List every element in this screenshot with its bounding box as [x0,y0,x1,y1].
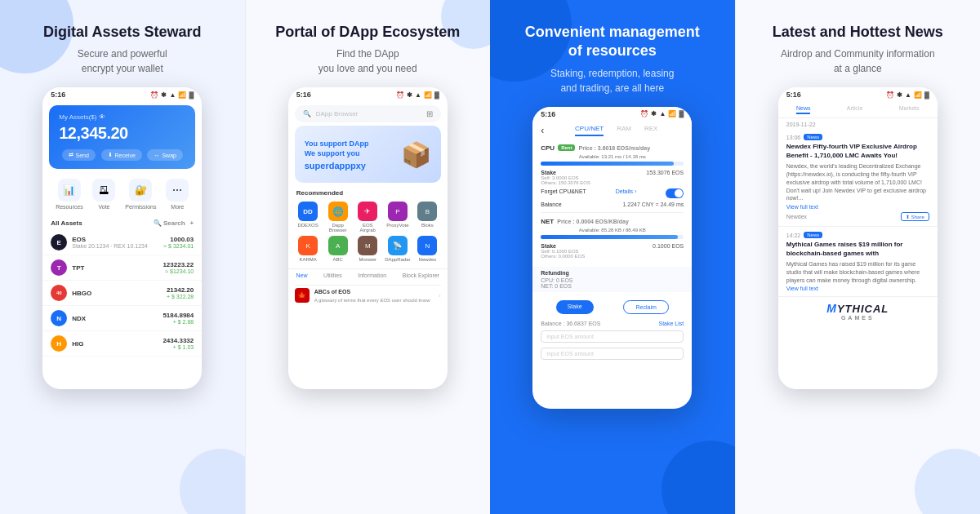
tab-utilities[interactable]: Utilities [323,273,342,278]
browser-icon: 🌐 [328,202,348,221]
rent-badge: Rent [558,144,575,151]
time-4: 5:16 [786,91,801,99]
share-button[interactable]: ⬆ Share [901,212,929,221]
stake-list-link[interactable]: Stake List [659,321,684,326]
status-bar-3: 5:16 ⏰ ✱ ▲ 📶 ▓ [532,107,692,122]
eos-amount: 1000.03 ≈ $ 3234.01 [163,236,194,249]
more-section: 🍁 ABCs of EOS A glossary of terms that e… [288,281,448,307]
tab-ram[interactable]: RAM [617,125,631,136]
asset-tpt[interactable]: T TPT 123223.22 ≈ $1234.10 [42,255,202,281]
dapp-abc[interactable]: A ABC [324,236,351,262]
news-badge-1: News [804,134,822,140]
back-icon[interactable]: ‹ [541,125,544,136]
resources-action[interactable]: 📊 Resources [56,179,82,210]
tab-information[interactable]: Information [358,273,386,278]
add-icon[interactable]: + [190,219,194,227]
tab-new[interactable]: New [296,273,308,278]
swap-button[interactable]: ↔ Swap [147,149,183,161]
bluetooth-icon: ✱ [161,91,167,99]
resources-label: Resources [56,204,82,210]
news-title-2: Mythical Games raises $19 million for bl… [786,241,929,258]
asset-ndx[interactable]: N NDX 5184.8984 + $ 2.88 [42,306,202,331]
input-net-field[interactable]: Input EOS amount [541,348,684,360]
abc-icon: A [328,236,348,255]
vote-action[interactable]: 🗳 Vote [92,179,115,210]
net-price: Price : 0.0004 EOS/KB/day [557,219,629,224]
tab-article[interactable]: Article [847,105,862,114]
signal-icon: ▲ [169,91,176,99]
stake-amount: 153.3076 EOS [646,170,684,185]
wifi-icon-4: 📶 [914,91,922,99]
stake-label: Stake Self: 3.0000 EOS Others: 150.3076 … [541,170,590,185]
assets-title: All Assets [51,219,82,227]
cpu-section: CPU Rent Price : 3.6018 EOS/ms/day Avail… [532,140,692,212]
battery-icon-4: ▓ [924,91,929,99]
dapp-ddexos[interactable]: DD DDEXOS [295,202,322,233]
tab-rex[interactable]: REX [644,125,657,136]
details-link[interactable]: Details › [616,188,637,198]
asset-hbgo[interactable]: 40 HBGO 21342.20 + $ 322.28 [42,281,202,306]
dapp-proxyvote[interactable]: P ProxyVote [385,202,412,233]
search-add: 🔍 Search + [154,219,194,227]
mythical-text-span: M [826,302,837,315]
time-2: 5:16 [296,91,311,99]
mythical-rest: YTHICAL [837,303,889,315]
status-icons: ⏰ ✱ ▲ 📶 ▓ [150,91,194,99]
reclaim-button[interactable]: Reclaim [623,300,668,314]
wallet-label: My Assets($) 👁 [59,113,185,121]
tab-news[interactable]: News [796,105,811,114]
dapp-search[interactable]: 🔍 DApp Browser ⊞ [295,105,441,122]
cpu-tabs: CPU/NET RAM REX [549,125,684,136]
receive-button[interactable]: ⬇ Receive [101,149,142,161]
dapp-radar[interactable]: 📡 DAppRadar [385,236,412,262]
more-action[interactable]: ⋯ More [166,179,189,210]
dapp-karma[interactable]: K KARMA [295,236,322,262]
banner-line1: You support DApp [305,139,369,149]
dapp-newdex[interactable]: N Newdex [414,236,441,262]
status-icons-3: ⏰ ✱ ▲ 📶 ▓ [640,110,684,117]
back-nav: ‹ CPU/NET RAM REX [532,122,692,140]
net-progress-fill [541,235,678,239]
tab-block-explorer[interactable]: Block Explorer [403,273,439,278]
asset-eos[interactable]: E EOS Stake 20.1234 · REX 10.1234 1000.0… [42,230,202,255]
news-source: Newdex [786,214,807,219]
vote-icon: 🗳 [92,179,115,202]
net-stake-row: Stake Self: 0.1000 EOS Others: 0.0000 EO… [541,241,684,260]
search-icon[interactable]: 🔍 Search [154,219,185,227]
abcs-item[interactable]: 🍁 ABCs of EOS A glossary of terms that e… [295,285,441,305]
dapp-bloks[interactable]: B Bloks [414,202,441,233]
phone-mockup-4: 5:16 ⏰ ✱ ▲ 📶 ▓ News Article Markets 2019… [778,87,938,389]
dapp-browser[interactable]: 🌐 Dapp Browser [324,202,351,233]
stake-row-cpu: Stake Self: 3.0000 EOS Others: 150.3076 … [541,168,684,187]
time-3: 5:16 [541,110,555,118]
input-cpu-field[interactable]: Input EOS amount [541,330,684,343]
toggle-button[interactable] [666,188,684,198]
ndx-info: NDX [72,315,163,322]
recommended-label: Recommended [288,186,448,198]
hbgo-icon: 40 [51,285,67,301]
dapp-monster[interactable]: M Monster [354,236,381,262]
news-tabs: News Article Markets [778,102,938,118]
tab-markets[interactable]: Markets [899,105,920,114]
mythical-brand: MYTHICAL [783,302,933,315]
permissions-action[interactable]: 🔐 Permissions [125,179,156,210]
alarm-icon-2: ⏰ [396,91,404,99]
view-full-1[interactable]: View full text [786,204,929,210]
send-button[interactable]: ⇄ Send [62,149,96,161]
abcs-title: ABCs of EOS [314,289,430,295]
dapp-airgrab[interactable]: ✈ EOS Airgrab [354,202,381,233]
tab-cpu-net[interactable]: CPU/NET [575,125,604,136]
panel-dapp-ecosystem: Portal of DApp Ecosystem Find the DAppyo… [245,0,491,514]
input-net: Input EOS amount [532,345,692,362]
cpu-progress-bar [541,162,684,166]
stake-button[interactable]: Stake [556,300,594,314]
view-full-2[interactable]: View full text [786,286,929,291]
wifi-icon-3: 📶 [668,110,676,117]
asset-hig[interactable]: H HIG 2434.3332 + $ 1.03 [42,331,202,357]
panel3-title: Convenient managementof resources [525,23,700,61]
phone-mockup-2: 5:16 ⏰ ✱ ▲ 📶 ▓ 🔍 DApp Browser ⊞ You supp… [288,87,448,389]
status-icons-4: ⏰ ✱ ▲ 📶 ▓ [886,91,929,99]
news-meta-2: 14:22 News [786,232,929,238]
news-item-1: 13:06 News Newdex Fifty-fourth VIP Exclu… [778,129,938,227]
net-progress-bar [541,235,684,239]
